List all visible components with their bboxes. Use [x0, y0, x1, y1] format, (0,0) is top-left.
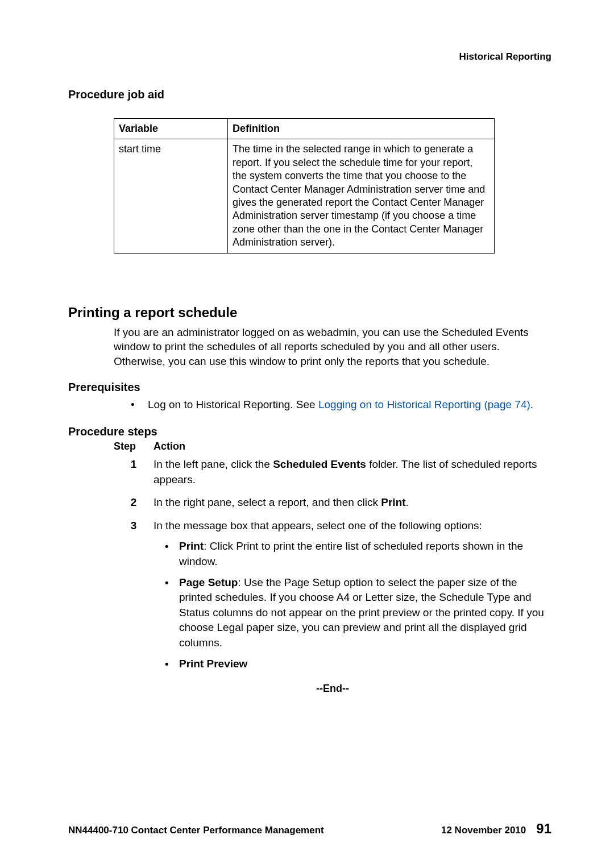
option-text: Print Preview [179, 657, 551, 672]
variable-table: Variable Definition start time The time … [114, 118, 495, 254]
prerequisites-heading: Prerequisites [68, 381, 551, 394]
step1-text-a: In the left pane, click the [154, 458, 273, 470]
bullet-icon: • [165, 657, 179, 672]
opt-preview-bold: Print Preview [179, 658, 247, 670]
step-number: 2 [114, 495, 154, 510]
table-head-variable: Variable [114, 119, 228, 139]
step-number: 1 [114, 457, 154, 487]
step3-option-print: • Print: Click Print to print the entire… [165, 539, 551, 569]
table-head-definition: Definition [228, 119, 495, 139]
prereq-text-a: Log on to Historical Reporting. See [148, 398, 318, 410]
table-cell-definition: The time in the selected range in which … [228, 139, 495, 253]
step3-text: In the message box that appears, select … [154, 518, 551, 534]
footer-doc-id: NN44400-710 Contact Center Performance M… [68, 825, 324, 836]
step-header-step: Step [114, 441, 154, 452]
prereq-period: . [530, 398, 533, 410]
step-header-action: Action [154, 441, 185, 452]
step2-text-b: . [406, 496, 409, 508]
opt-print-bold: Print [179, 540, 204, 552]
jobaid-heading: Procedure job aid [68, 88, 551, 101]
step2-text-a: In the right pane, select a report, and … [154, 496, 381, 508]
step-header-row: Step Action [114, 441, 551, 452]
table-cell-variable: start time [114, 139, 228, 253]
table-row: start time The time in the selected rang… [114, 139, 495, 253]
step3-option-page-setup: • Page Setup: Use the Page Setup option … [165, 575, 551, 651]
step-body: In the message box that appears, select … [154, 518, 551, 671]
bullet-icon: • [165, 575, 179, 651]
prerequisite-item: • Log on to Historical Reporting. See Lo… [131, 397, 551, 413]
step-row-2: 2 In the right pane, select a report, an… [114, 495, 551, 510]
step1-bold: Scheduled Events [273, 458, 366, 470]
footer-date: 12 November 2010 [441, 825, 526, 836]
page-footer: NN44400-710 Contact Center Performance M… [68, 821, 551, 837]
procedure-steps-heading: Procedure steps [68, 425, 551, 438]
step-number: 3 [114, 518, 154, 671]
prerequisite-text: Log on to Historical Reporting. See Logg… [148, 397, 533, 413]
bullet-icon: • [131, 397, 148, 413]
section-title: Printing a report schedule [68, 305, 551, 321]
option-text: Page Setup: Use the Page Setup option to… [179, 575, 551, 651]
footer-page-number: 91 [536, 821, 551, 837]
footer-right: 12 November 2010 91 [441, 821, 551, 837]
step3-option-print-preview: • Print Preview [165, 657, 551, 672]
step-body: In the left pane, click the Scheduled Ev… [154, 457, 551, 487]
step2-bold: Print [381, 496, 405, 508]
prereq-link[interactable]: Logging on to Historical Reporting (page… [318, 398, 530, 410]
opt-print-text: : Click Print to print the entire list o… [179, 540, 523, 567]
header-category: Historical Reporting [68, 51, 551, 63]
option-text: Print: Click Print to print the entire l… [179, 539, 551, 569]
end-marker: --End-- [114, 683, 551, 695]
step-row-1: 1 In the left pane, click the Scheduled … [114, 457, 551, 487]
step-row-3: 3 In the message box that appears, selec… [114, 518, 551, 671]
step-body: In the right pane, select a report, and … [154, 495, 551, 510]
bullet-icon: • [165, 539, 179, 569]
section-intro: If you are an administrator logged on as… [114, 325, 551, 369]
opt-pagesetup-bold: Page Setup [179, 576, 238, 588]
